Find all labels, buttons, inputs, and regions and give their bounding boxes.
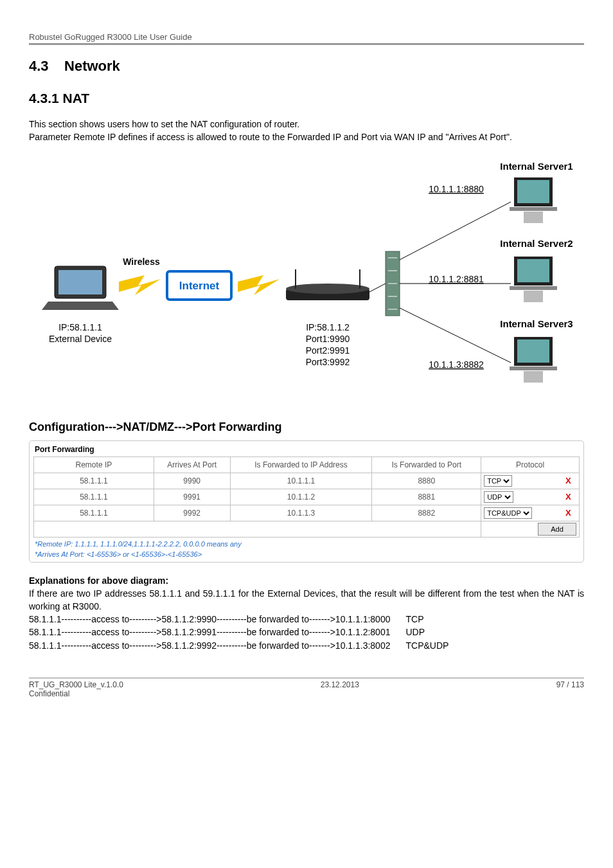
router-port1: Port1:9990 (306, 334, 350, 344)
flow-line: 58.1.1.1----------access to--------->58.… (29, 639, 405, 652)
footer-conf: Confidential (29, 689, 123, 698)
svg-line-17 (400, 202, 511, 260)
section-num: 4.3 (29, 58, 49, 74)
table-row: 58.1.1.1 9990 10.1.1.1 8880 TCP X (34, 473, 580, 489)
delete-row-icon[interactable]: X (565, 476, 571, 485)
doc-header: Robustel GoRugged R3000 Lite User Guide (29, 32, 584, 45)
cell-fwd-ip: 10.1.1.1 (230, 473, 372, 489)
flow-proto: TCP&UDP (405, 639, 464, 652)
table-row: 58.1.1.1 9992 10.1.1.3 8882 TCP&UDP X (34, 505, 580, 521)
col-fwd-ip: Is Forwarded to IP Address (230, 457, 372, 473)
col-remote-ip: Remote IP (34, 457, 154, 473)
internet-label: Internet (179, 280, 220, 292)
cell-fwd-ip: 10.1.1.2 (230, 489, 372, 505)
srv1-label: Internal Server1 (500, 161, 573, 172)
proto-select[interactable]: TCP&UDP (484, 507, 532, 519)
ext-label: External Device (49, 334, 112, 344)
subsection-title: NAT (63, 91, 90, 105)
srv3-label: Internal Server3 (500, 318, 573, 329)
col-fwd-port: Is Forwarded to Port (372, 457, 481, 473)
flow-line: 58.1.1.1----------access to--------->58.… (29, 626, 405, 638)
router-port2: Port2:9991 (306, 345, 350, 356)
cell-fwd-port: 8880 (372, 473, 481, 489)
svg-line-27 (400, 308, 511, 363)
srv1-ip: 10.1.1.1:8880 (429, 184, 484, 194)
table-note-remote: *Remote IP: 1.1.1.1, 1.1.1.0/24,1.1.1.1-… (35, 540, 578, 548)
cell-arrives: 9992 (154, 505, 230, 521)
intro-p2: Parameter Remote IP defines if access is… (29, 131, 584, 143)
section-heading: 4.3 Network (29, 58, 584, 75)
cell-arrives: 9990 (154, 473, 230, 489)
footer-page: 97 / 113 (556, 680, 584, 698)
cell-remote-ip: 58.1.1.1 (34, 505, 154, 521)
router-port3: Port3:9992 (306, 357, 350, 367)
flow-line: 58.1.1.1----------access to--------->58.… (29, 613, 405, 626)
svg-rect-19 (517, 180, 549, 203)
svg-rect-20 (510, 207, 557, 211)
port-forwarding-box: Port Forwarding Remote IP Arrives At Por… (29, 440, 584, 563)
intro-p1: This section shows users how to set the … (29, 118, 584, 131)
proto-select[interactable]: UDP (484, 491, 513, 503)
explanations-intro: If there are two IP addresses 58.1.1.1 a… (29, 587, 584, 613)
explanations-heading: Explanations for above diagram: (29, 575, 584, 586)
proto-select[interactable]: TCP (484, 475, 512, 487)
col-arrives: Arrives At Port (154, 457, 230, 473)
svg-rect-26 (524, 291, 543, 302)
table-title: Port Forwarding (35, 445, 580, 454)
svg-rect-24 (517, 259, 549, 282)
cell-arrives: 9991 (154, 489, 230, 505)
table-row: 58.1.1.1 9991 10.1.1.2 8881 UDP X (34, 489, 580, 505)
network-diagram: IP:58.1.1.1 External Device Wireless Int… (29, 157, 584, 401)
delete-row-icon[interactable]: X (565, 508, 571, 518)
ext-ip: IP:58.1.1.1 (58, 322, 102, 332)
svg-rect-30 (510, 366, 557, 370)
cell-remote-ip: 58.1.1.1 (34, 473, 154, 489)
router-ip: IP:58.1.1.2 (306, 322, 350, 332)
add-button[interactable]: Add (538, 523, 576, 536)
flow-proto: UDP (405, 626, 464, 638)
config-heading: Configuration--->NAT/DMZ--->Port Forward… (29, 420, 584, 434)
page-footer: RT_UG_R3000 Lite_v.1.0.0 Confidential 23… (29, 678, 584, 698)
subsection-num: 4.3.1 (29, 91, 59, 105)
srv2-ip: 10.1.1.2:8881 (429, 274, 484, 284)
svg-rect-25 (510, 286, 557, 290)
flow-proto: TCP (405, 613, 464, 626)
port-forwarding-table: Remote IP Arrives At Port Is Forwarded t… (33, 457, 580, 538)
svg-rect-29 (517, 339, 549, 363)
flow-table: 58.1.1.1----------access to--------->58.… (29, 613, 584, 652)
table-note-port: *Arrives At Port: <1-65536> or <1-65536>… (35, 550, 578, 558)
svg-rect-1 (58, 270, 102, 294)
svg-line-16 (369, 284, 386, 292)
section-title: Network (64, 58, 120, 74)
svg-marker-2 (42, 302, 119, 310)
svg-marker-3 (119, 275, 161, 295)
cell-fwd-ip: 10.1.1.3 (230, 505, 372, 521)
delete-row-icon[interactable]: X (565, 492, 571, 502)
svg-point-7 (286, 284, 369, 294)
cell-fwd-port: 8882 (372, 505, 481, 521)
col-proto: Protocol (481, 457, 580, 473)
svg-marker-5 (238, 275, 280, 295)
footer-doc: RT_UG_R3000 Lite_v.1.0.0 (29, 680, 123, 689)
svg-rect-21 (524, 212, 543, 223)
srv3-ip: 10.1.1.3:8882 (429, 359, 484, 370)
svg-rect-31 (524, 371, 543, 383)
wireless-label: Wireless (123, 257, 160, 267)
footer-date: 23.12.2013 (123, 680, 556, 698)
srv2-label: Internal Server2 (500, 238, 573, 249)
cell-remote-ip: 58.1.1.1 (34, 489, 154, 505)
cell-fwd-port: 8881 (372, 489, 481, 505)
subsection-heading: 4.3.1 NAT (29, 91, 584, 106)
